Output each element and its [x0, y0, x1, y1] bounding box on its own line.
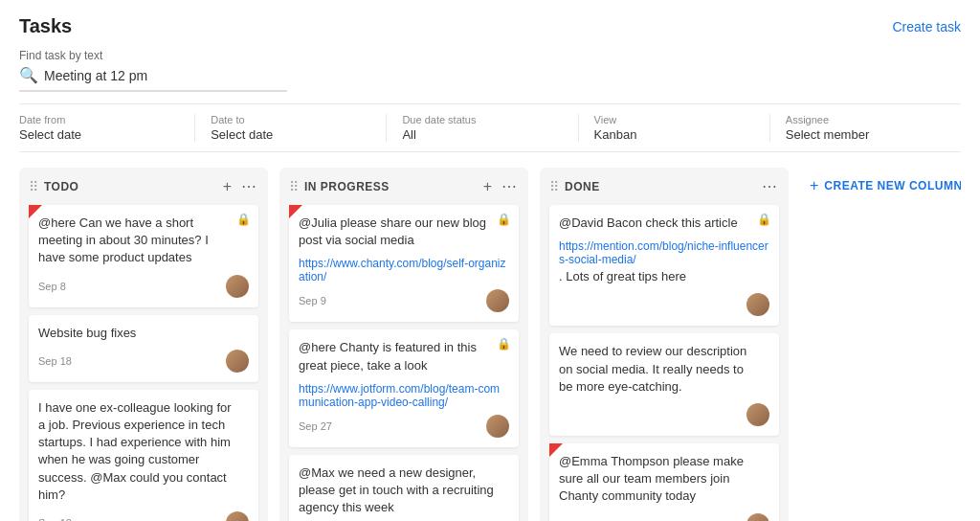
card-10-flag: [549, 443, 563, 457]
card-2-avatar: [226, 350, 249, 373]
card-2-text: Website bug fixes: [38, 325, 249, 342]
search-row: 🔍: [19, 66, 287, 92]
filter-date-from-value[interactable]: Select date: [19, 127, 179, 142]
card-8-text: @David Bacon check this article: [559, 215, 769, 232]
card-6-footer: Sep 27: [299, 415, 509, 438]
card-8-avatar: [746, 293, 769, 316]
card-10-footer: Sep 8: [559, 513, 769, 522]
column-todo-actions: + ⋯: [221, 177, 258, 195]
card-5-avatar: [486, 289, 509, 312]
page-header: Tasks Create task: [19, 15, 961, 37]
column-todo-menu-button[interactable]: ⋯: [239, 177, 258, 195]
search-section: Find task by text 🔍: [19, 49, 961, 92]
column-in-progress-header: ⠿ IN PROGRESS + ⋯: [289, 177, 519, 195]
new-column-label: CREATE NEW COLUMN: [824, 179, 961, 193]
column-todo-header: ⠿ TODO + ⋯: [29, 177, 258, 195]
card-1-avatar: [226, 275, 249, 298]
search-input[interactable]: [44, 68, 287, 83]
card-8-link[interactable]: https://mention.com/blog/niche-influence…: [559, 239, 769, 266]
card-1-lock: 🔒: [236, 213, 251, 226]
create-new-column-button[interactable]: + CREATE NEW COLUMN: [800, 168, 961, 204]
column-todo-add-button[interactable]: +: [221, 177, 234, 195]
column-in-progress-title: IN PROGRESS: [304, 180, 476, 193]
filter-assignee-label: Assignee: [786, 114, 946, 125]
card-6-link[interactable]: https://www.jotform.com/blog/team-commun…: [299, 382, 509, 409]
card-7: @Max we need a new designer, please get …: [289, 455, 519, 521]
filter-view-label: View: [594, 114, 754, 125]
card-9: We need to review our description on soc…: [549, 333, 779, 436]
column-in-progress-drag[interactable]: ⠿: [289, 179, 299, 194]
column-done-menu-button[interactable]: ⋯: [760, 177, 779, 195]
card-9-avatar: [746, 403, 769, 426]
new-column-icon: +: [810, 177, 818, 194]
column-drag-handle[interactable]: ⠿: [29, 179, 38, 194]
search-label: Find task by text: [19, 49, 961, 62]
page-title: Tasks: [19, 15, 72, 37]
column-done: ⠿ DONE ⋯ 🔒 @David Bacon check this artic…: [540, 168, 789, 521]
card-1-date: Sep 8: [38, 281, 66, 292]
card-8-footer: [559, 293, 769, 316]
search-icon: 🔍: [19, 66, 38, 84]
card-5-date: Sep 9: [299, 295, 326, 306]
card-5: 🔒 @Julia please share our new blog post …: [289, 205, 519, 322]
filter-date-to: Date to Select date: [195, 114, 387, 142]
card-2: Website bug fixes Sep 18: [29, 315, 258, 382]
card-8-suffix: . Lots of great tips here: [559, 268, 769, 285]
card-1-footer: Sep 8: [38, 275, 249, 298]
filter-due-date-label: Due date status: [402, 114, 562, 125]
card-10: @Emma Thompson please make sure all our …: [549, 443, 779, 521]
card-3: I have one ex-colleague looking for a jo…: [29, 390, 258, 521]
card-7-text: @Max we need a new designer, please get …: [299, 464, 509, 517]
filter-date-from-label: Date from: [19, 114, 179, 125]
card-6-lock: 🔒: [497, 337, 511, 351]
card-5-text: @Julia please share our new blog post vi…: [299, 215, 509, 249]
filters-bar: Date from Select date Date to Select dat…: [19, 103, 961, 152]
filter-date-to-value[interactable]: Select date: [211, 127, 370, 142]
filter-date-from: Date from Select date: [19, 114, 195, 142]
card-3-footer: Sep 10: [38, 511, 249, 521]
card-5-link[interactable]: https://www.chanty.com/blog/self-organiz…: [299, 257, 509, 283]
kanban-board: ⠿ TODO + ⋯ 🔒 @here Can we have a short m…: [19, 168, 961, 521]
card-1-text: @here Can we have a short meeting in abo…: [38, 215, 249, 267]
column-done-drag[interactable]: ⠿: [549, 179, 559, 194]
card-9-text: We need to review our description on soc…: [559, 343, 769, 396]
column-done-title: DONE: [565, 180, 754, 193]
column-in-progress: ⠿ IN PROGRESS + ⋯ 🔒 @Julia please share …: [279, 168, 528, 521]
filter-view: View Kanban: [579, 114, 770, 142]
card-3-date: Sep 10: [38, 517, 72, 521]
card-9-footer: [559, 403, 769, 426]
card-6-avatar: [486, 415, 509, 438]
column-done-actions: ⋯: [760, 177, 779, 195]
filter-due-date: Due date status All: [387, 114, 578, 142]
card-8: 🔒 @David Bacon check this article https:…: [549, 205, 779, 326]
card-1-flag: [29, 205, 42, 218]
card-6-text: @here Chanty is featured in this great p…: [299, 339, 509, 374]
filter-view-value[interactable]: Kanban: [594, 127, 754, 142]
filter-assignee-value[interactable]: Select member: [786, 127, 946, 142]
card-5-lock: 🔒: [497, 213, 511, 226]
card-6-date: Sep 27: [299, 420, 332, 432]
card-8-lock: 🔒: [757, 213, 771, 226]
column-in-progress-actions: + ⋯: [481, 177, 519, 195]
card-6: 🔒 @here Chanty is featured in this great…: [289, 329, 519, 446]
column-in-progress-add-button[interactable]: +: [481, 177, 494, 195]
card-10-avatar: [746, 513, 769, 522]
filter-due-date-value[interactable]: All: [402, 127, 562, 142]
column-todo: ⠿ TODO + ⋯ 🔒 @here Can we have a short m…: [19, 168, 268, 521]
create-task-button[interactable]: Create task: [892, 19, 961, 34]
card-1: 🔒 @here Can we have a short meeting in a…: [29, 205, 258, 307]
card-5-flag: [289, 205, 302, 218]
column-todo-title: TODO: [44, 180, 215, 193]
column-in-progress-menu-button[interactable]: ⋯: [500, 177, 519, 195]
filter-assignee: Assignee Select member: [770, 114, 961, 142]
card-3-avatar: [226, 511, 249, 521]
tasks-page: Tasks Create task Find task by text 🔍 Da…: [0, 0, 980, 521]
card-3-text: I have one ex-colleague looking for a jo…: [38, 399, 249, 504]
column-done-header: ⠿ DONE ⋯: [549, 177, 779, 195]
filter-date-to-label: Date to: [211, 114, 370, 125]
card-2-footer: Sep 18: [38, 350, 249, 373]
card-5-footer: Sep 9: [299, 289, 509, 312]
card-10-text: @Emma Thompson please make sure all our …: [559, 453, 769, 506]
card-2-date: Sep 18: [38, 355, 72, 367]
